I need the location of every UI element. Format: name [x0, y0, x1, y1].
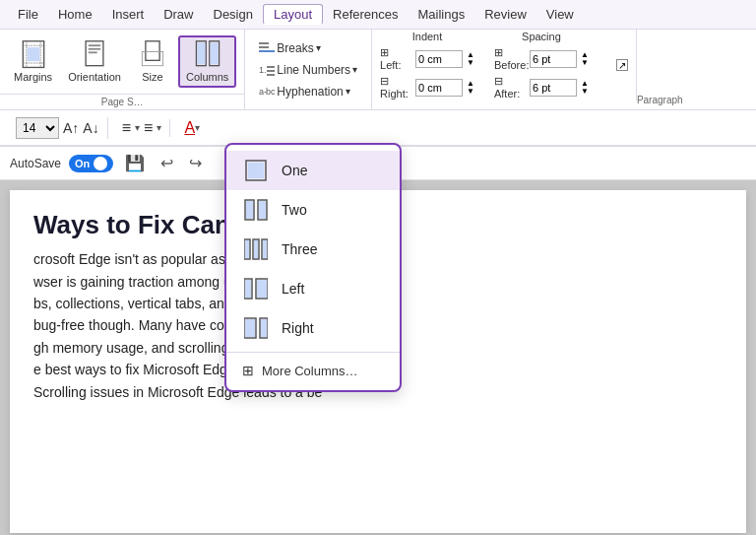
svg-rect-35 — [254, 240, 258, 258]
svg-rect-9 — [89, 51, 97, 53]
save-button[interactable]: 💾 — [121, 152, 149, 174]
svg-text:1.: 1. — [259, 65, 267, 75]
font-color-arrow[interactable]: ▾ — [195, 122, 200, 133]
column-two-option[interactable]: Two — [226, 190, 400, 230]
line-numbers-button[interactable]: 1. Line Numbers ▾ — [255, 62, 361, 78]
column-left-icon — [242, 275, 270, 302]
svg-rect-44 — [261, 319, 267, 337]
autosave-toggle[interactable]: On — [69, 155, 113, 172]
doc-line-6: e best ways to fix Microsoft Edge's — [33, 362, 244, 377]
line-numbers-label: Line Numbers — [277, 63, 350, 77]
column-two-icon — [242, 196, 270, 224]
spacing-after-label: ⊟ After: — [494, 75, 526, 100]
svg-rect-36 — [263, 240, 267, 258]
hyphenation-button[interactable]: a- bc Hyphenation ▾ — [255, 84, 361, 100]
margins-button[interactable]: Margins — [8, 37, 58, 86]
spacing-after-input[interactable] — [530, 79, 577, 97]
toggle-circle — [94, 157, 107, 170]
font-color-button[interactable]: A — [184, 119, 195, 137]
menu-file[interactable]: File — [8, 5, 48, 24]
svg-text:bc: bc — [266, 87, 275, 97]
svg-rect-8 — [89, 48, 100, 50]
column-three-option[interactable]: Three — [226, 230, 400, 269]
columns-label: Columns — [186, 71, 228, 84]
paragraph-expand[interactable]: ↗ — [616, 59, 628, 71]
more-columns-label: More Columns… — [262, 364, 358, 378]
bullets-button[interactable]: ≡ — [122, 119, 131, 137]
column-two-label: Two — [282, 202, 307, 218]
menu-insert[interactable]: Insert — [102, 5, 155, 24]
hyphenation-label: Hyphenation — [277, 85, 343, 99]
column-three-icon — [242, 235, 270, 263]
autosave-state: On — [75, 158, 90, 169]
breaks-button[interactable]: Breaks ▾ — [255, 40, 361, 56]
dropdown-divider — [226, 352, 400, 353]
breaks-group: Breaks ▾ 1. Line Numbers ▾ a- bc Hyphena… — [245, 30, 372, 109]
autosave-label: AutoSave — [10, 157, 61, 170]
page-setup-label: Page S… — [0, 94, 244, 109]
doc-line-5: gh memory usage, and scrolling iss — [33, 340, 249, 356]
svg-rect-39 — [245, 280, 251, 298]
doc-line-4: bug-free though. Many have comp — [33, 317, 243, 333]
spacing-before-input[interactable] — [530, 50, 577, 68]
doc-line-3: bs, collections, vertical tabs, and sc — [33, 296, 249, 311]
column-left-label: Left — [282, 281, 304, 297]
doc-line-2: wser is gaining traction among user — [33, 274, 250, 290]
indent-left-spinner[interactable]: ▲▼ — [467, 51, 474, 67]
column-left-option[interactable]: Left — [226, 269, 400, 308]
indent-right-spinner[interactable]: ▲▼ — [467, 80, 474, 96]
undo-button[interactable]: ↩ — [157, 152, 177, 174]
menu-review[interactable]: Review — [474, 5, 536, 24]
column-right-option[interactable]: Right — [226, 308, 400, 348]
size-button[interactable]: Size — [131, 37, 174, 86]
svg-rect-10 — [146, 41, 159, 61]
orientation-button[interactable]: Orientation — [62, 37, 127, 86]
column-one-icon — [242, 157, 270, 184]
breaks-label: Breaks — [277, 41, 313, 55]
column-one-label: One — [282, 163, 307, 178]
paragraph-group-label: Paragraph — [637, 30, 691, 109]
font-size-select[interactable]: 14 — [16, 117, 59, 139]
svg-rect-14 — [197, 43, 205, 64]
indent-title: Indent — [380, 31, 474, 42]
indent-spacing-group: Indent ⊞ Left: ▲▼ ⊟ Right: ▲▼ Spacing ⊞ … — [372, 30, 637, 100]
menu-layout[interactable]: Layout — [263, 4, 323, 25]
menu-home[interactable]: Home — [48, 5, 102, 24]
svg-rect-26 — [248, 163, 264, 178]
menu-design[interactable]: Design — [204, 5, 263, 24]
indent-left-label: ⊞ Left: — [380, 46, 411, 71]
numbering-arrow[interactable]: ▾ — [157, 122, 161, 133]
font-size-decrease[interactable]: A↓ — [83, 120, 98, 136]
doc-line-1: crosoft Edge isn't as popular as Go — [33, 251, 247, 267]
spacing-title: Spacing — [494, 31, 589, 42]
spacing-before-spinner[interactable]: ▲▼ — [581, 51, 589, 67]
svg-rect-34 — [245, 240, 249, 258]
svg-rect-29 — [246, 201, 253, 219]
svg-rect-40 — [257, 280, 267, 298]
menu-mailings[interactable]: Mailings — [409, 5, 475, 24]
column-one-option[interactable]: One — [226, 151, 400, 190]
columns-button[interactable]: Columns — [178, 35, 236, 88]
margins-label: Margins — [14, 71, 52, 84]
numbering-button[interactable]: ≡ — [144, 119, 153, 137]
svg-rect-5 — [27, 47, 38, 61]
column-three-label: Three — [282, 241, 318, 257]
bullets-arrow[interactable]: ▾ — [135, 122, 140, 133]
font-size-increase[interactable]: A↑ — [63, 120, 79, 136]
line-numbers-arrow: ▾ — [352, 64, 357, 75]
menu-view[interactable]: View — [536, 5, 584, 24]
redo-button[interactable]: ↪ — [185, 152, 206, 174]
more-columns-option[interactable]: ⊞ More Columns… — [226, 357, 400, 384]
size-label: Size — [142, 71, 162, 84]
more-columns-icon: ⊞ — [242, 363, 254, 378]
indent-right-input[interactable] — [415, 79, 463, 97]
formatting-toolbar: 14 A↑ A↓ ≡ ▾ ≡ ▾ A ▾ — [0, 110, 756, 146]
indent-left-input[interactable] — [415, 50, 463, 68]
page-setup-group: Margins Orientation — [0, 30, 245, 109]
menu-draw[interactable]: Draw — [154, 5, 203, 24]
menu-references[interactable]: References — [323, 5, 408, 24]
columns-dropdown: One Two Three — [224, 143, 402, 392]
spacing-after-spinner[interactable]: ▲▼ — [581, 80, 589, 96]
svg-rect-43 — [245, 319, 255, 337]
orientation-label: Orientation — [68, 71, 121, 84]
